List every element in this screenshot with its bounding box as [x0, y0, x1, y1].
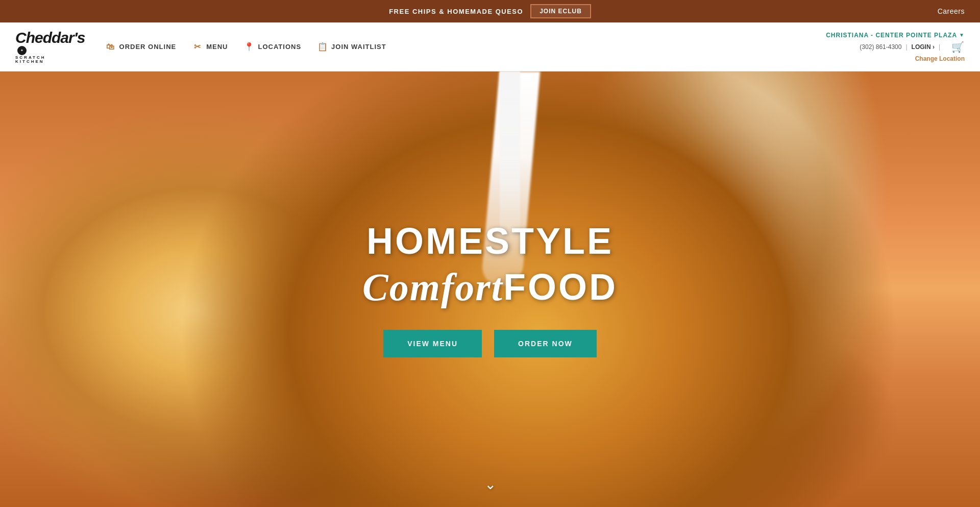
view-menu-button[interactable]: VIEW MENU — [383, 330, 482, 357]
hero-title-top: HOMESTYLE — [362, 221, 618, 261]
hero-section: HOMESTYLE Comfort FOOD VIEW MENU ORDER N… — [0, 71, 980, 507]
order-now-button[interactable]: ORDER NOW — [494, 330, 597, 357]
hero-content: HOMESTYLE Comfort FOOD VIEW MENU ORDER N… — [362, 221, 618, 357]
top-banner: FREE CHIPS & HOMEMADE QUESO JOIN ECLUB C… — [0, 0, 980, 22]
order-online-label: ORDER ONLINE — [119, 43, 177, 51]
location-pin-icon: 📍 — [244, 42, 254, 52]
utensils-icon: ✂ — [192, 42, 203, 52]
location-phone: (302) 861-4300 — [860, 43, 901, 51]
logo-separator — [15, 46, 29, 55]
menu-label: MENU — [206, 43, 228, 51]
logo[interactable]: Cheddar's SCRATCH KITCHEN — [15, 30, 85, 64]
nav-right: CHRISTIANA - CENTER POINTE PLAZA ▼ (302)… — [826, 32, 965, 62]
logo-kitchen: KITCHEN — [15, 60, 44, 64]
locations-label: LOCATIONS — [258, 43, 301, 51]
navbar: Cheddar's SCRATCH KITCHEN 🛍 ORDER ONLINE… — [0, 22, 980, 71]
careers-link[interactable]: Careers — [938, 7, 965, 15]
join-waitlist-link[interactable]: 📋 JOIN WAITLIST — [317, 42, 386, 52]
menu-link[interactable]: ✂ MENU — [192, 42, 228, 52]
hero-middle-row: Comfort FOOD — [362, 265, 618, 309]
join-waitlist-label: JOIN WAITLIST — [331, 43, 386, 51]
cart-icon[interactable]: 🛒 — [950, 40, 965, 54]
login-link[interactable]: LOGIN › — [912, 43, 935, 51]
clipboard-icon: 📋 — [317, 42, 328, 52]
location-caret-icon: ▼ — [959, 32, 965, 38]
divider2: | — [939, 43, 940, 51]
location-row: (302) 861-4300 | LOGIN › | 🛒 — [860, 40, 965, 54]
order-online-link[interactable]: 🛍 ORDER ONLINE — [106, 42, 177, 52]
hero-buttons: VIEW MENU ORDER NOW — [362, 330, 618, 357]
hero-comfort-text: Comfort — [362, 265, 503, 309]
hero-homestyle-text: HOMESTYLE — [366, 221, 614, 261]
eclub-button[interactable]: JOIN ECLUB — [530, 4, 591, 18]
logo-badge-icon — [17, 46, 27, 55]
scroll-down-indicator[interactable]: ⌄ — [484, 476, 496, 493]
hero-food-text: FOOD — [503, 266, 618, 308]
bag-icon: 🛍 — [106, 42, 116, 52]
promo-text: FREE CHIPS & HOMEMADE QUESO — [389, 8, 523, 15]
change-location-link[interactable]: Change Location — [915, 55, 965, 62]
locations-link[interactable]: 📍 LOCATIONS — [244, 42, 301, 52]
location-name[interactable]: CHRISTIANA - CENTER POINTE PLAZA ▼ — [826, 32, 965, 39]
logo-area[interactable]: Cheddar's SCRATCH KITCHEN — [15, 30, 85, 64]
logo-name: Cheddar's — [15, 30, 85, 45]
divider: | — [905, 43, 907, 51]
